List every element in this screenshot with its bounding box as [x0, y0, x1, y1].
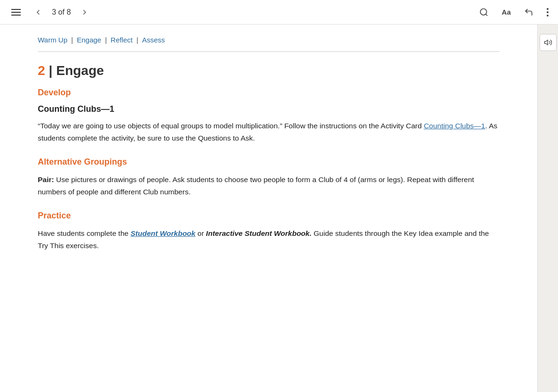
- prev-page-button[interactable]: [30, 6, 46, 18]
- counting-clubs-link[interactable]: Counting Clubs—1: [424, 122, 485, 130]
- section-navigation: Warm Up | Engage | Reflect | Assess: [38, 36, 499, 52]
- more-icon: [547, 8, 549, 17]
- nav-link-reflect[interactable]: Reflect: [110, 36, 133, 44]
- section-number: 2: [38, 63, 45, 78]
- font-size-button[interactable]: Aa: [500, 6, 513, 18]
- nav-link-assess[interactable]: Assess: [142, 36, 165, 44]
- next-page-button[interactable]: [76, 6, 93, 18]
- nav-link-warmup[interactable]: Warm Up: [38, 36, 68, 44]
- workbook-link-text: Student Workbook: [130, 229, 195, 237]
- section-heading: 2 | Engage: [38, 63, 499, 78]
- separator-1: |: [71, 36, 73, 44]
- practice-label: Practice: [38, 211, 499, 221]
- practice-text-1: Have students complete the: [38, 229, 130, 237]
- nav-left: 3 of 8: [8, 5, 93, 19]
- audio-button[interactable]: [540, 34, 557, 51]
- develop-label: Develop: [38, 88, 499, 98]
- page-counter: 3 of 8: [52, 8, 71, 17]
- back-button[interactable]: [522, 6, 535, 19]
- separator-3: |: [136, 36, 138, 44]
- alt-groupings-text: Use pictures or drawings of people. Ask …: [38, 175, 474, 196]
- section-title: Engage: [56, 63, 104, 78]
- top-navigation: 3 of 8 Aa: [0, 0, 558, 25]
- practice-body: Have students complete the Student Workb…: [38, 227, 499, 251]
- practice-section: Practice Have students complete the Stud…: [38, 211, 499, 251]
- right-sidebar: [537, 25, 558, 392]
- undo-icon: [524, 8, 533, 17]
- nav-link-engage[interactable]: Engage: [77, 36, 101, 44]
- main-content: Warm Up | Engage | Reflect | Assess 2 | …: [0, 25, 558, 392]
- interactive-workbook-text: Interactive Student Workbook.: [206, 229, 312, 237]
- develop-body-text: “Today we are going to use objects of eq…: [38, 120, 499, 144]
- more-options-button[interactable]: [545, 6, 550, 18]
- search-button[interactable]: [477, 6, 490, 19]
- activity-title: Counting Clubs—1: [38, 104, 499, 114]
- separator-2: |: [105, 36, 107, 44]
- nav-right: Aa: [477, 6, 550, 19]
- hamburger-icon: [9, 7, 23, 17]
- section-separator: |: [49, 63, 56, 78]
- alt-groupings-label: Alternative Groupings: [38, 157, 499, 167]
- alternative-groupings-section: Alternative Groupings Pair: Use pictures…: [38, 157, 499, 198]
- content-area: Warm Up | Engage | Reflect | Assess 2 | …: [0, 25, 537, 392]
- search-icon: [479, 8, 489, 17]
- develop-text-1: “Today we are going to use objects of eq…: [38, 122, 424, 130]
- alt-groupings-body: Pair: Use pictures or drawings of people…: [38, 174, 499, 198]
- menu-button[interactable]: [8, 5, 25, 19]
- svg-point-0: [480, 8, 486, 15]
- pair-label: Pair:: [38, 175, 54, 183]
- student-workbook-link[interactable]: Student Workbook: [130, 229, 195, 237]
- chevron-right-icon: [80, 8, 89, 17]
- svg-line-1: [486, 14, 488, 16]
- practice-text-2: or: [195, 229, 206, 237]
- audio-icon: [544, 38, 552, 47]
- chevron-left-icon: [34, 8, 42, 17]
